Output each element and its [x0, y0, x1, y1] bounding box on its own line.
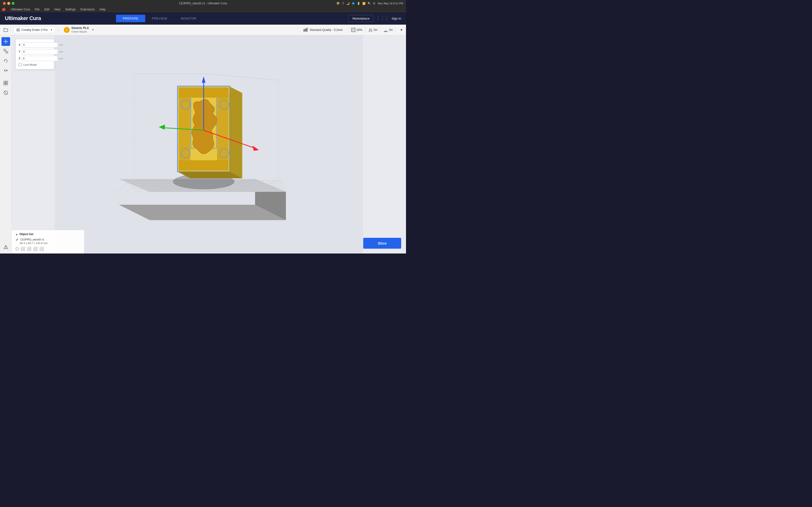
svg-rect-2 — [17, 30, 19, 31]
header-right: Marketplace ⋮⋮⋮ Sign in — [348, 15, 401, 22]
rotate-tool-button[interactable] — [1, 56, 10, 65]
rotate-icon — [3, 58, 8, 63]
obj-top-icon[interactable]: ⬜ — [20, 246, 25, 251]
svg-marker-27 — [7, 41, 8, 42]
svg-rect-37 — [4, 83, 6, 85]
scale-icon — [3, 49, 8, 54]
y-input[interactable] — [22, 49, 58, 54]
tool-sidebar — [0, 35, 12, 253]
menu-extensions[interactable]: Extensions — [79, 7, 97, 12]
viewport-3d[interactable]: X mm Y mm Z mm Lock Model — [12, 35, 406, 253]
svg-marker-86 — [230, 87, 242, 178]
tab-prepare[interactable]: PREPARE — [116, 15, 145, 22]
z-unit: mm — [59, 57, 63, 60]
tab-preview[interactable]: PREVIEW — [145, 15, 174, 22]
svg-rect-80 — [179, 160, 229, 171]
collapse-icon: ▲ — [15, 233, 18, 236]
svg-marker-33 — [4, 69, 5, 71]
menu-app[interactable]: Ultimaker Cura — [9, 7, 32, 12]
open-folder-button[interactable] — [3, 26, 11, 34]
divider-4 — [365, 27, 365, 33]
marketplace-button[interactable]: Marketplace — [348, 15, 373, 22]
tab-monitor[interactable]: MONITOR — [174, 15, 203, 22]
toolbar: Creality Ender-3 Pro ▼ 1 Generic PLA 0.4… — [0, 24, 406, 35]
z-input[interactable] — [22, 56, 57, 61]
object-list-item: CE3PRO_stand3 v1 — [15, 237, 80, 242]
svg-marker-25 — [5, 43, 6, 44]
obj-back-icon[interactable]: ⬜ — [39, 246, 44, 251]
dropbox-icon: 📦 — [337, 2, 340, 5]
obj-front-icon[interactable]: ⬜ — [27, 246, 32, 251]
scale-tool-button[interactable] — [1, 47, 10, 56]
y-label: Y — [18, 50, 20, 53]
quality-label: Standard Quality - 0.2mm — [310, 28, 343, 32]
object-icon-row: ⬡ ⬜ ⬜ ⬜ ⬜ — [15, 246, 80, 251]
adhesion-section[interactable]: On — [384, 28, 393, 32]
lock-model-label: Lock Model — [23, 63, 37, 66]
sign-in-button[interactable]: Sign in — [392, 17, 401, 20]
x-input[interactable] — [22, 42, 58, 48]
menu-settings[interactable]: Settings — [63, 7, 78, 12]
obj-right-icon[interactable]: ⬜ — [33, 246, 38, 251]
svg-rect-6 — [307, 28, 308, 32]
mirror-tool-button[interactable] — [1, 66, 10, 75]
menu-file[interactable]: File — [33, 7, 41, 12]
material-selector[interactable]: 1 Generic PLA 0.4mm Nozzle ▼ — [61, 25, 295, 34]
close-button[interactable] — [3, 2, 6, 5]
menu-view[interactable]: View — [52, 7, 62, 12]
quality-section[interactable]: Standard Quality - 0.2mm — [301, 27, 345, 33]
material-sub: 0.4mm Nozzle — [71, 30, 89, 33]
material-chevron-icon: ▼ — [92, 29, 94, 31]
apps-grid-icon[interactable]: ⋮⋮⋮ — [376, 16, 389, 21]
printer-selector[interactable]: Creality Ender-3 Pro ▼ — [13, 27, 55, 33]
svg-rect-3 — [304, 29, 304, 32]
transform-panel: X mm Y mm Z mm Lock Model — [15, 39, 54, 69]
per-model-settings-button[interactable] — [1, 79, 10, 88]
support-section[interactable]: On — [368, 28, 377, 32]
x-unit: mm — [59, 44, 63, 46]
menu-edit[interactable]: Edit — [42, 7, 51, 12]
svg-rect-35 — [4, 81, 6, 83]
edit-icon — [15, 238, 19, 241]
main-content: X mm Y mm Z mm Lock Model — [0, 35, 406, 253]
object-list-header[interactable]: ▲ Object list — [15, 232, 80, 236]
material-icon: 1 — [64, 27, 69, 33]
smart-slice-button[interactable] — [1, 243, 10, 251]
slice-button[interactable]: Slice — [363, 238, 401, 249]
system-time: Mon May 16 8:12 PM — [378, 2, 403, 5]
infill-icon — [351, 28, 355, 32]
y-unit: mm — [59, 50, 63, 53]
move-icon — [3, 39, 8, 44]
adhesion-value: On — [389, 28, 393, 32]
control-center-icon[interactable]: ⚙ — [373, 2, 375, 5]
minimize-button[interactable] — [7, 2, 10, 5]
printer-name: Creality Ender-3 Pro — [21, 28, 48, 32]
infill-section[interactable]: 20% — [351, 28, 362, 32]
divider-6 — [396, 27, 396, 33]
maximize-button[interactable] — [12, 2, 14, 5]
svg-rect-28 — [4, 49, 6, 51]
window-controls[interactable] — [3, 2, 14, 5]
settings-expand-icon[interactable]: ▼ — [400, 28, 403, 32]
support-icon — [368, 28, 373, 32]
menu-help[interactable]: Help — [98, 7, 108, 12]
search-icon[interactable]: 🔍 — [367, 2, 371, 5]
support-blocker-button[interactable] — [1, 89, 10, 97]
obj-perspective-icon[interactable]: ⬡ — [15, 246, 19, 251]
app-header: Ultimaker Cura PREPARE PREVIEW MONITOR M… — [0, 12, 406, 24]
printer-chevron-icon: ▼ — [50, 29, 53, 31]
move-tool-button[interactable] — [1, 37, 10, 46]
apple-menu[interactable]: 🍎 — [2, 7, 6, 11]
lock-model-checkbox[interactable] — [18, 63, 22, 66]
svg-rect-36 — [6, 81, 8, 83]
nav-tabs: PREPARE PREVIEW MONITOR — [116, 15, 203, 22]
quality-icon — [303, 28, 308, 32]
support-blocker-icon — [3, 90, 8, 95]
app-logo: Ultimaker Cura — [5, 15, 41, 21]
scene-svg — [12, 35, 406, 253]
object-name: CE3PRO_stand3 v1 — [20, 238, 44, 241]
x-label: X — [18, 43, 20, 47]
svg-rect-78 — [217, 88, 229, 171]
svg-line-30 — [6, 51, 6, 51]
material-name: Generic PLA — [71, 26, 89, 30]
